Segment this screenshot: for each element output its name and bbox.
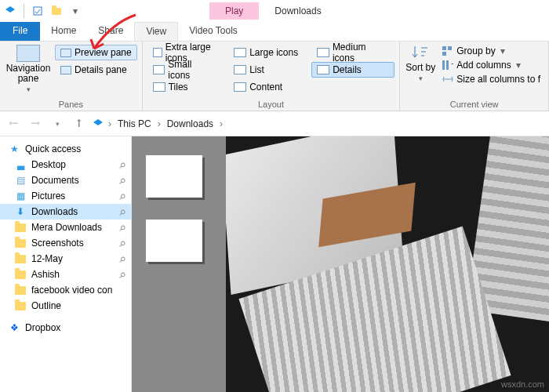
preview-pane-content [226, 136, 549, 392]
folder-icon [14, 253, 27, 264]
list-icon [234, 65, 246, 74]
group-current-view-label: Current view [405, 100, 544, 111]
crumb-this-pc[interactable]: This PC [116, 117, 153, 131]
sidebar-item-screenshots[interactable]: Screenshots⚲ [0, 235, 131, 251]
downloads-arrow-icon: ⬇ [14, 206, 27, 217]
add-columns-icon: + [442, 60, 453, 70]
layout-small[interactable]: Small icons [147, 62, 220, 78]
navigation-pane-label: Navigation pane [5, 64, 52, 84]
pin-icon: ⚲ [117, 160, 127, 170]
sidebar-item-12-may[interactable]: 12-May⚲ [0, 251, 131, 267]
contextual-tab-play[interactable]: Play [209, 2, 259, 20]
layout-large[interactable]: Large icons [228, 45, 304, 60]
navigation-pane-button[interactable]: Navigation pane ▾ [5, 45, 52, 93]
address-bar: 🠔 🠖 ▾ 🠕 › This PC › Downloads › [0, 111, 549, 136]
app-icon[interactable] [2, 2, 19, 20]
ribbon-tabs: File Home Share View Video Tools [0, 22, 549, 41]
folder-icon [14, 269, 27, 280]
chevron-right-icon[interactable]: › [105, 118, 115, 129]
svg-rect-5 [446, 60, 449, 70]
title-bar: ▾ Play Downloads [0, 0, 549, 22]
tab-view[interactable]: View [134, 22, 178, 41]
main-area: ★ Quick access ▃Desktop⚲ ▤Documents⚲ ▦Pi… [0, 136, 549, 392]
forward-button[interactable]: 🠖 [27, 115, 44, 132]
svg-rect-1 [442, 46, 446, 50]
thumbnail-strip [132, 136, 226, 392]
qat-dropdown-icon[interactable]: ▾ [67, 2, 84, 20]
sidebar-quick-access[interactable]: ★ Quick access [0, 141, 131, 157]
back-button[interactable]: 🠔 [5, 115, 22, 132]
tab-share[interactable]: Share [87, 22, 134, 41]
sidebar-item-outline[interactable]: Outline [0, 298, 131, 314]
preview-pane-button[interactable]: Preview pane [55, 45, 137, 60]
svg-rect-3 [442, 52, 446, 56]
pin-icon: ⚲ [117, 270, 127, 280]
sidebar-item-downloads[interactable]: ⬇Downloads⚲ [0, 204, 131, 220]
details-pane-button[interactable]: Details pane [55, 62, 137, 78]
group-by-icon [442, 46, 453, 56]
group-by-button[interactable]: Group by▾ [439, 45, 544, 57]
sidebar-item-ashish[interactable]: Ashish⚲ [0, 267, 131, 282]
layout-extra-large[interactable]: Extra large icons [147, 45, 220, 60]
group-panes: Navigation pane ▾ Preview pane Details p… [0, 42, 143, 111]
thumbnail-item[interactable] [146, 220, 202, 262]
tab-file[interactable]: File [0, 22, 40, 41]
pictures-icon: ▦ [14, 191, 27, 201]
svg-rect-2 [448, 46, 452, 50]
layout-list[interactable]: List [228, 62, 304, 78]
group-current-view: Sort by ▾ Group by▾ +Add columns▾ Size a… [400, 42, 549, 111]
folder-icon [14, 285, 27, 296]
qat-properties-icon[interactable] [29, 2, 46, 20]
sidebar-item-desktop[interactable]: ▃Desktop⚲ [0, 157, 131, 172]
size-columns-button[interactable]: Size all columns to f [439, 73, 544, 85]
details-icon [317, 65, 329, 74]
recent-dropdown[interactable]: ▾ [49, 115, 66, 132]
folder-icon [14, 300, 27, 311]
location-arrow-icon [93, 118, 104, 129]
size-columns-icon [442, 74, 453, 84]
navigation-pane-icon [16, 45, 40, 62]
layout-details[interactable]: Details [311, 62, 394, 78]
sidebar-item-documents[interactable]: ▤Documents⚲ [0, 172, 131, 188]
quick-access-toolbar: ▾ [0, 2, 84, 20]
pin-icon: ⚲ [117, 238, 127, 249]
svg-rect-0 [34, 7, 42, 15]
sidebar-item-pictures[interactable]: ▦Pictures⚲ [0, 188, 131, 204]
pin-icon: ⚲ [117, 207, 127, 217]
layout-tiles[interactable]: Tiles [147, 79, 220, 95]
layout-medium[interactable]: Medium icons [311, 45, 394, 60]
group-layout: Extra large icons Large icons Medium ico… [143, 42, 401, 111]
qat-new-folder-icon[interactable] [48, 2, 65, 20]
folder-icon [14, 238, 27, 249]
content-area [132, 136, 549, 392]
tiles-icon [153, 82, 165, 92]
large-icon [234, 48, 246, 57]
crumb-downloads[interactable]: Downloads [165, 117, 215, 131]
pin-icon: ⚲ [117, 223, 127, 233]
add-columns-button[interactable]: +Add columns▾ [439, 59, 544, 71]
svg-rect-4 [442, 60, 445, 70]
group-layout-label: Layout [147, 100, 395, 111]
chevron-right-icon[interactable]: › [155, 118, 164, 129]
navigation-sidebar: ★ Quick access ▃Desktop⚲ ▤Documents⚲ ▦Pi… [0, 136, 132, 392]
pin-icon: ⚲ [117, 254, 127, 264]
sidebar-item-mera-downloads[interactable]: Mera Downloads⚲ [0, 220, 131, 235]
sidebar-item-facebook-video[interactable]: facebook video con [0, 282, 131, 298]
watermark: wsxdn.com [501, 379, 544, 389]
tab-video-tools[interactable]: Video Tools [178, 22, 249, 41]
breadcrumb[interactable]: › This PC › Downloads › [93, 117, 226, 131]
small-icon [153, 65, 165, 74]
chevron-right-icon[interactable]: › [216, 118, 226, 129]
sort-icon [412, 45, 429, 60]
layout-content[interactable]: Content [228, 79, 304, 95]
up-button[interactable]: 🠕 [71, 115, 88, 132]
sidebar-dropbox[interactable]: ❖Dropbox [0, 320, 131, 336]
thumbnail-item[interactable] [146, 155, 202, 198]
star-icon: ★ [8, 143, 20, 154]
tab-home[interactable]: Home [40, 22, 87, 41]
group-panes-label: Panes [5, 100, 137, 111]
sort-by-button[interactable]: Sort by ▾ [405, 45, 436, 85]
preview-pane-icon [60, 49, 71, 57]
details-pane-label: Details pane [75, 64, 127, 75]
extra-large-icon [153, 48, 162, 57]
